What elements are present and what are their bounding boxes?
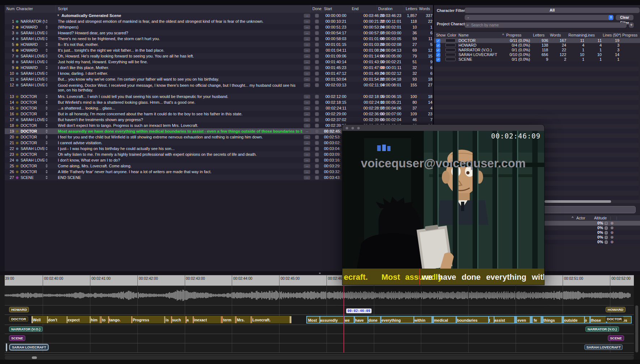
done-checkbox[interactable] [315, 54, 319, 58]
character-name-cell[interactable]: SARAH LOVEC... [21, 30, 45, 36]
sort-caret-icon[interactable]: ^ [502, 33, 504, 37]
character-name-cell[interactable]: SARAH LOVEC... [21, 157, 45, 163]
word-label[interactable]: we [345, 317, 350, 323]
character-name-cell[interactable]: SARAH LOVEC... [21, 70, 45, 76]
character-stepper-icon[interactable] [46, 72, 48, 75]
characters-column-header[interactable]: Show [436, 33, 445, 37]
done-checkbox[interactable] [315, 25, 319, 29]
column-header-script[interactable]: Script [58, 7, 68, 11]
row-options-button[interactable]: ... [304, 83, 310, 87]
remove-actor-icon[interactable]: ⊗ [610, 235, 614, 239]
word-label[interactable]: those [591, 317, 601, 323]
show-checkbox[interactable]: ✓ [436, 53, 440, 57]
word-label[interactable]: t [489, 317, 490, 323]
track-label-left[interactable]: SARAH LOVECRAFT [10, 344, 48, 350]
done-checkbox[interactable] [315, 43, 319, 47]
character-row[interactable]: ✓SCENE0/1 (0.0%)92111 [434, 57, 640, 62]
character-name-cell[interactable]: DOCTOR [21, 140, 45, 146]
word-label[interactable]: Most [308, 317, 317, 323]
row-options-button[interactable]: ... [304, 95, 310, 99]
character-name-cell[interactable]: SCENE [21, 175, 45, 180]
done-checkbox[interactable] [315, 31, 319, 35]
characters-column-header[interactable]: Progress [622, 33, 637, 37]
remove-actor-icon[interactable]: ⊗ [610, 231, 614, 235]
character-stepper-icon[interactable] [46, 118, 48, 121]
character-stepper-icon[interactable] [46, 31, 48, 35]
character-stepper-icon[interactable] [46, 60, 48, 64]
character-stepper-icon[interactable] [46, 77, 48, 81]
show-checkbox[interactable]: ✓ [436, 43, 440, 48]
word-label[interactable]: everything [381, 317, 401, 323]
character-stepper-icon[interactable] [46, 48, 48, 52]
characters-column-header[interactable]: Lines (50*) [603, 33, 621, 37]
row-options-button[interactable]: ... [304, 129, 310, 133]
track-label-left[interactable]: HOWARD [9, 307, 29, 312]
word-label[interactable]: Lovecraft. [252, 316, 270, 323]
word-label[interactable]: him [91, 316, 98, 323]
character-name-cell[interactable]: NARRATOR (V.O.) [21, 18, 45, 24]
done-checkbox[interactable] [315, 118, 319, 122]
script-row[interactable]: 5HOWARDIt-- It's not that, mother....00:… [5, 42, 433, 47]
word-label[interactable]: expect [68, 316, 80, 323]
video-window-titlebar[interactable] [342, 125, 544, 131]
characters-column-header[interactable]: Words [550, 33, 561, 37]
character-name-cell[interactable]: DOCTOR [21, 151, 45, 157]
script-row[interactable]: 1NARRATOR (V.O.)The oldest and strongest… [5, 18, 433, 24]
character-stepper-icon[interactable] [46, 66, 48, 69]
row-options-button[interactable]: ... [304, 54, 310, 58]
altitude-stepper[interactable]: ⇕ [605, 222, 608, 225]
word-label[interactable]: is [166, 316, 169, 323]
done-checkbox[interactable] [315, 112, 319, 116]
track-label-right[interactable]: SCENE [608, 335, 624, 341]
script-row[interactable]: 14DOCTORBut Winfield's mind is like a sh… [5, 99, 433, 105]
done-checkbox[interactable] [315, 158, 319, 162]
script-row[interactable]: 17SARAH LOVEC...But haven't the treatmen… [5, 117, 433, 123]
character-name-cell[interactable]: DOCTOR [21, 169, 45, 175]
character-filter-secondary-dropdown[interactable]: -⇕ [465, 15, 614, 20]
done-checkbox[interactable] [315, 72, 319, 76]
done-checkbox[interactable] [315, 20, 319, 23]
character-stepper-icon[interactable] [46, 147, 48, 150]
character-search-input[interactable]: ⌕Search by name [465, 22, 627, 28]
window-minimize-icon[interactable] [351, 127, 354, 129]
row-options-button[interactable]: ... [304, 100, 310, 104]
clear-filter-button[interactable]: Clear Filter [616, 15, 633, 20]
word-label[interactable]: boundaries [457, 317, 478, 323]
script-row[interactable]: 10SARAH LOVEC...I know, darling. I don't… [5, 70, 433, 76]
character-stepper-icon[interactable] [46, 135, 48, 139]
done-checkbox[interactable] [315, 100, 319, 104]
altitude-stepper[interactable]: ⇕ [605, 231, 608, 235]
characters-column-header[interactable]: Name [458, 33, 469, 37]
character-name-cell[interactable]: DOCTOR [21, 123, 45, 128]
done-checkbox[interactable] [315, 60, 319, 64]
script-row[interactable]: 12SARAH LOVEC...Good evening, Doctor Wes… [5, 82, 433, 94]
word-label[interactable]: even [517, 317, 526, 323]
row-options-button[interactable]: ... [304, 25, 310, 29]
altitude-stepper[interactable]: ⇕ [605, 240, 608, 244]
character-name-cell[interactable]: SARAH LOVEC... [21, 36, 45, 42]
script-row[interactable]: 16DOCTORBut in all honesty, I'm more con… [5, 111, 433, 117]
done-checkbox[interactable] [315, 66, 319, 70]
character-filter-all-dropdown[interactable]: All [465, 8, 640, 13]
column-header-duration[interactable]: Duration [378, 7, 393, 11]
character-stepper-icon[interactable] [46, 83, 48, 87]
column-header-num[interactable]: Num [7, 7, 14, 11]
column-header-done[interactable]: Done [312, 7, 321, 11]
selected-phrase-block[interactable]: Mostassuredlywehavedoneeverythingwithinm… [306, 316, 632, 324]
row-options-button[interactable]: ... [304, 124, 310, 128]
track-label-right[interactable]: DOCTOR [605, 316, 624, 322]
done-checkbox[interactable] [315, 147, 319, 151]
character-name-cell[interactable]: DOCTOR [21, 94, 45, 99]
script-row[interactable]: 11SARAH LOVEC...But... you know why we'v… [5, 76, 433, 82]
character-stepper-icon[interactable] [46, 25, 48, 29]
done-checkbox[interactable] [315, 129, 319, 133]
word-label[interactable]: don't [48, 316, 57, 323]
disclosure-triangle-icon[interactable]: ▼ [57, 13, 60, 18]
row-options-button[interactable]: ... [304, 164, 310, 168]
character-stepper-icon[interactable] [46, 112, 48, 116]
done-checkbox[interactable] [315, 106, 319, 110]
word-label[interactable]: within [414, 317, 425, 323]
word-label[interactable]: term [223, 316, 231, 323]
character-row[interactable]: ✓DOCTOR0/11 (0.0%)936167111119 [434, 38, 640, 43]
done-checkbox[interactable] [315, 95, 319, 99]
